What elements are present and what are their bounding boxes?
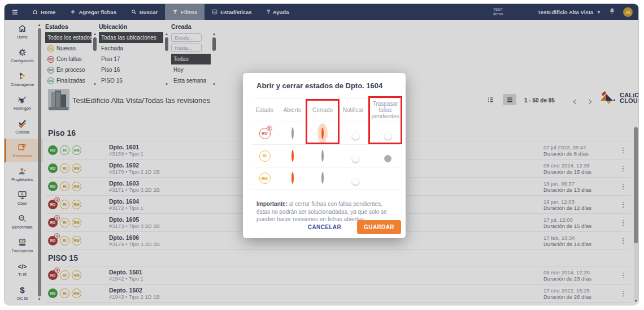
modal-column-headers: EstadoAbiertoCerradoNotificarTraspasar f… (252, 98, 400, 122)
modal-column-header: Notificar (338, 107, 368, 113)
modal-title: Abrir y cerrar estados de Dpto. 1604 (243, 73, 406, 90)
radio-abierto[interactable] (291, 150, 294, 162)
pending-count-badge: 3 (267, 126, 272, 131)
radio-abierto[interactable] (291, 127, 294, 139)
modal-state-row: RO 3 (252, 122, 400, 144)
app-root: Home Agregar fichas Buscar Filtros Estad… (4, 3, 639, 305)
cancel-button[interactable]: CANCELAR (304, 223, 345, 231)
modal-column-header: Cerrado (307, 107, 338, 113)
radio-abierto[interactable] (291, 172, 294, 184)
modal-actions: CANCELAR GUARDAR (304, 220, 401, 234)
open-close-states-modal: Abrir y cerrar estados de Dpto. 1604 Est… (243, 73, 406, 238)
modal-state-row: RM (252, 167, 400, 190)
save-button[interactable]: GUARDAR (357, 220, 401, 234)
radio-cerrado[interactable] (321, 127, 324, 139)
modal-column-header: Abierto (277, 107, 307, 113)
modal-column-header: Estado (252, 107, 277, 113)
state-badge: RI (259, 150, 271, 162)
state-badge: RO 3 (259, 128, 271, 139)
modal-column-header: Traspasar fallas pendientes (368, 101, 402, 119)
radio-cerrado[interactable] (321, 172, 324, 184)
state-badge: RM (259, 173, 271, 184)
modal-state-row: RI (252, 144, 400, 167)
radio-cerrado[interactable] (321, 150, 324, 162)
